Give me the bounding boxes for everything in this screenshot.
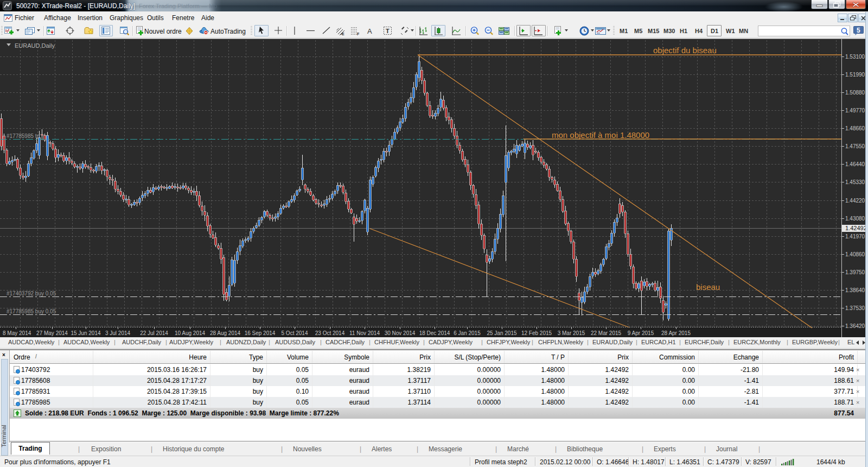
- svg-text:objectif du biseau: objectif du biseau: [653, 46, 717, 55]
- svg-text:E: E: [342, 32, 344, 36]
- svg-text:12 Feb 2015: 12 Feb 2015: [521, 330, 552, 336]
- svg-text:1.43080: 1.43080: [845, 216, 865, 222]
- svg-text:1.49770: 1.49770: [845, 108, 865, 113]
- svg-text:16 Sep 2014: 16 Sep 2014: [245, 330, 276, 336]
- svg-text:1.37530: 1.37530: [845, 305, 865, 311]
- svg-text:1.44220: 1.44220: [845, 198, 865, 204]
- svg-text:1.42492: 1.42492: [845, 225, 867, 231]
- svg-text:3 Jul 2014: 3 Jul 2014: [105, 330, 131, 336]
- svg-text:9 Apr 2015: 9 Apr 2015: [628, 330, 654, 336]
- svg-text:EURAUD,Daily: EURAUD,Daily: [15, 42, 55, 49]
- svg-text:1.51990: 1.51990: [845, 72, 865, 78]
- svg-text:30 Nov 2014: 30 Nov 2014: [385, 330, 416, 336]
- svg-text:25 Jan 2015: 25 Jan 2015: [487, 330, 516, 336]
- svg-text:8 May 2014: 8 May 2014: [3, 330, 31, 336]
- svg-text:1.38640: 1.38640: [845, 287, 865, 293]
- svg-text:5: 5: [857, 27, 860, 34]
- svg-text:#17785985 tp: #17785985 tp: [7, 133, 40, 139]
- svg-text:22 Mar 2015: 22 Mar 2015: [591, 330, 622, 336]
- svg-text:T: T: [386, 28, 390, 34]
- svg-text:1.41970: 1.41970: [845, 234, 865, 239]
- svg-text:1.39750: 1.39750: [845, 269, 865, 275]
- svg-text:28 Apr 2015: 28 Apr 2015: [661, 330, 691, 336]
- svg-text:27 May 2014: 27 May 2014: [36, 330, 68, 336]
- svg-text:3 Mar 2015: 3 Mar 2015: [558, 330, 585, 336]
- svg-text:1.47550: 1.47550: [845, 143, 865, 149]
- svg-text:1.48660: 1.48660: [845, 125, 865, 131]
- svg-text:1.46440: 1.46440: [845, 161, 865, 167]
- svg-text:1.40860: 1.40860: [845, 251, 865, 257]
- svg-text:11 Nov 2014: 11 Nov 2014: [349, 330, 380, 336]
- svg-text:1.45330: 1.45330: [845, 179, 865, 185]
- svg-text:6 Jan 2015: 6 Jan 2015: [454, 330, 481, 336]
- svg-text:F: F: [357, 32, 360, 36]
- svg-text:#17785985 buy 0.05: #17785985 buy 0.05: [7, 308, 56, 314]
- svg-text:1.36420: 1.36420: [845, 323, 865, 329]
- svg-text:#17403792 buy 0.05: #17403792 buy 0.05: [7, 291, 56, 296]
- svg-text:mon objectif à moi 1.48000: mon objectif à moi 1.48000: [552, 130, 649, 140]
- svg-text:1.50880: 1.50880: [845, 90, 865, 96]
- svg-text:15 Jun 2014: 15 Jun 2014: [71, 330, 100, 336]
- svg-text:22 Jul 2014: 22 Jul 2014: [140, 330, 168, 336]
- svg-text:23 Oct 2014: 23 Oct 2014: [315, 330, 345, 336]
- svg-text:biseau: biseau: [696, 282, 720, 292]
- svg-text:1.53100: 1.53100: [845, 54, 865, 60]
- svg-text:28 Aug 2014: 28 Aug 2014: [210, 330, 241, 336]
- svg-text:10 Aug 2014: 10 Aug 2014: [175, 330, 206, 336]
- svg-text:5 Oct 2014: 5 Oct 2014: [282, 330, 308, 336]
- svg-text:18 Dec 2014: 18 Dec 2014: [419, 330, 450, 336]
